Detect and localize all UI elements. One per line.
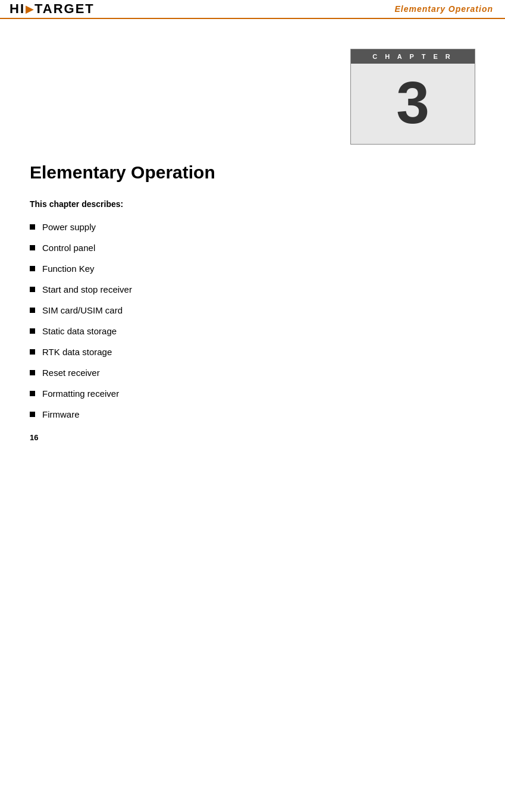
bullet-icon	[30, 266, 35, 271]
chapter-describes-label: This chapter describes:	[30, 199, 475, 209]
bullet-icon	[30, 370, 35, 375]
bullet-icon	[30, 349, 35, 355]
list-item: Start and stop receiver	[30, 284, 475, 294]
bullet-icon	[30, 287, 35, 292]
chapter-label: C H A P T E R	[351, 49, 475, 64]
list-item-text: Formatting receiver	[42, 388, 119, 399]
list-item-text: Start and stop receiver	[42, 284, 132, 294]
bullet-icon	[30, 391, 35, 396]
page-header: HI▶TARGET Elementary Operation	[0, 0, 505, 19]
list-item: Reset receiver	[30, 368, 475, 378]
list-item: RTK data storage	[30, 347, 475, 357]
bullet-icon	[30, 308, 35, 313]
list-item-text: Firmware	[42, 409, 80, 419]
logo-arrow-icon: ▶	[26, 2, 34, 15]
list-item: Firmware	[30, 409, 475, 419]
list-item-text: Reset receiver	[42, 368, 100, 378]
topic-list: Power supply Control panel Function Key …	[30, 222, 475, 419]
chapter-number: 3	[351, 64, 475, 144]
main-content: C H A P T E R 3 Elementary Operation Thi…	[0, 19, 505, 454]
logo-target: TARGET	[34, 1, 95, 17]
list-item: Power supply	[30, 222, 475, 232]
bullet-icon	[30, 412, 35, 417]
list-item-text: Static data storage	[42, 326, 117, 336]
chapter-box-container: C H A P T E R 3	[30, 49, 475, 145]
list-item-text: Function Key	[42, 264, 95, 274]
bullet-icon	[30, 328, 35, 334]
list-item: Function Key	[30, 264, 475, 274]
page-title: Elementary Operation	[30, 162, 475, 183]
list-item: Static data storage	[30, 326, 475, 336]
list-item-text: SIM card/USIM card	[42, 305, 123, 315]
list-item-text: Control panel	[42, 243, 95, 253]
logo-hi: HI	[10, 1, 25, 17]
bullet-icon	[30, 224, 35, 230]
logo: HI▶TARGET	[10, 1, 95, 17]
header-title: Elementary Operation	[395, 4, 494, 14]
page-number: 16	[30, 433, 38, 442]
chapter-box: C H A P T E R 3	[350, 49, 475, 145]
list-item-text: RTK data storage	[42, 347, 112, 357]
list-item: Formatting receiver	[30, 388, 475, 399]
list-item-text: Power supply	[42, 222, 96, 232]
list-item: Control panel	[30, 243, 475, 253]
list-item: SIM card/USIM card	[30, 305, 475, 315]
bullet-icon	[30, 245, 35, 250]
